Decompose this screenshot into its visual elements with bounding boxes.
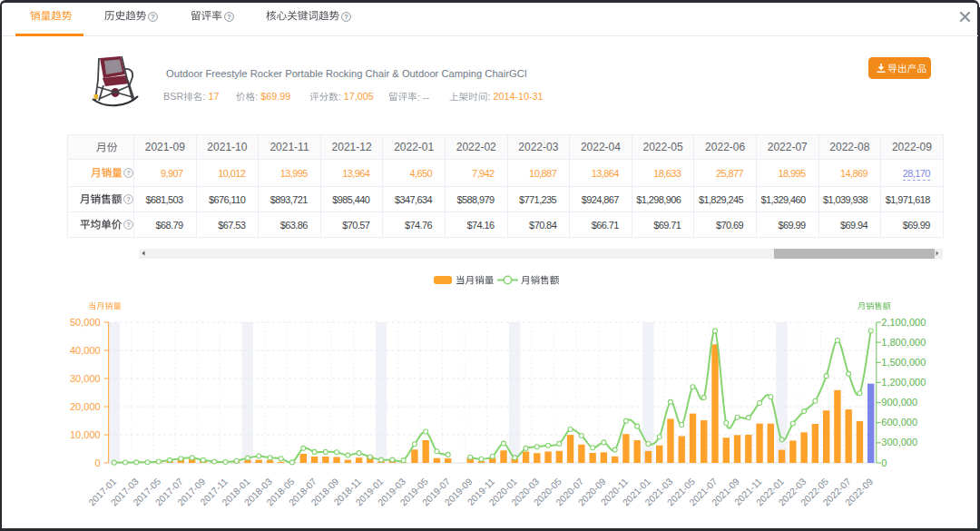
svg-text:600,000: 600,000: [881, 417, 917, 428]
svg-text:1,500,000: 1,500,000: [881, 357, 926, 368]
svg-text:0: 0: [881, 457, 887, 468]
svg-text::: :: [202, 91, 205, 102]
svg-text:--: --: [422, 92, 429, 103]
svg-text:2014-10-31: 2014-10-31: [494, 91, 544, 102]
svg-text:1,800,000: 1,800,000: [881, 337, 926, 348]
svg-text:0: 0: [95, 457, 101, 468]
svg-text:20,000: 20,000: [70, 401, 101, 412]
svg-text::: :: [416, 92, 419, 103]
svg-text:10,000: 10,000: [70, 429, 101, 440]
svg-text:?: ?: [126, 169, 131, 177]
svg-text:300,000: 300,000: [881, 437, 917, 447]
svg-text::: :: [255, 91, 258, 102]
svg-text:17: 17: [208, 91, 219, 102]
svg-text:50,000: 50,000: [70, 317, 101, 328]
svg-text:?: ?: [151, 13, 155, 21]
svg-text:?: ?: [126, 195, 131, 203]
svg-text:?: ?: [344, 13, 348, 21]
svg-text:30,000: 30,000: [70, 373, 101, 384]
svg-text:$69.99: $69.99: [260, 91, 290, 102]
svg-text:900,000: 900,000: [881, 397, 917, 408]
svg-text::: :: [338, 91, 341, 102]
svg-text:?: ?: [126, 221, 131, 229]
svg-text:17,005: 17,005: [344, 91, 374, 102]
svg-text:?: ?: [227, 13, 231, 21]
svg-text:40,000: 40,000: [70, 345, 101, 356]
svg-text:2,100,000: 2,100,000: [881, 317, 926, 328]
svg-text::: :: [488, 91, 491, 102]
svg-text:BSR: BSR: [163, 91, 183, 102]
svg-text:1,200,000: 1,200,000: [881, 377, 926, 388]
